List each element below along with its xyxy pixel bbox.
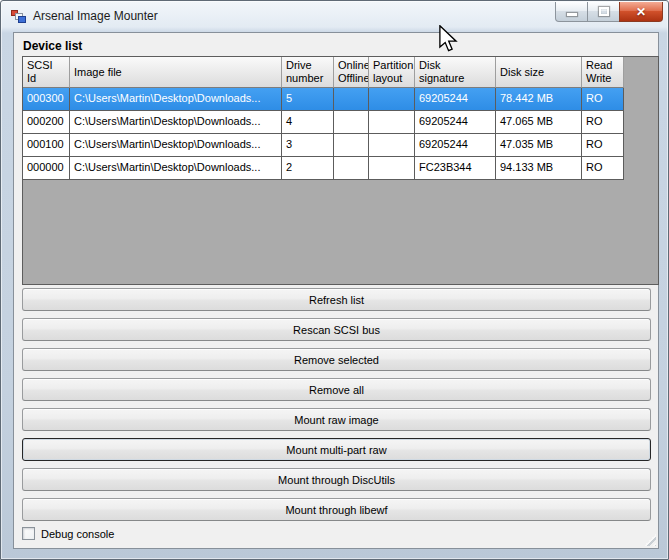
cell-disk-size[interactable]: 47.065 MB — [496, 111, 582, 134]
cell-image-file[interactable]: C:\Users\Martin\Desktop\Downloads... — [70, 88, 282, 111]
cell-disk-signature[interactable]: 69205244 — [415, 134, 496, 157]
cell-online-offline[interactable] — [334, 111, 369, 134]
cell-read-write[interactable]: RO — [582, 134, 624, 157]
maximize-button[interactable] — [587, 2, 620, 22]
mount-raw-image-button[interactable]: Mount raw image — [22, 408, 651, 431]
minimize-button[interactable] — [555, 2, 588, 22]
mount-through-libewf-button[interactable]: Mount through libewf — [22, 498, 651, 521]
maximize-icon — [599, 7, 609, 16]
checkbox-icon — [22, 527, 35, 540]
checkbox-label: Debug console — [41, 528, 114, 540]
device-list-label: Device list — [23, 39, 82, 53]
mount-multi-part-raw-button[interactable]: Mount multi-part raw — [22, 438, 651, 461]
mount-through-discutils-button[interactable]: Mount through DiscUtils — [22, 468, 651, 491]
table-row[interactable]: 000200 C:\Users\Martin\Desktop\Downloads… — [23, 111, 658, 134]
cell-read-write[interactable]: RO — [582, 157, 624, 180]
titlebar[interactable]: Arsenal Image Mounter ✕ — [2, 2, 667, 32]
action-buttons: Refresh list Rescan SCSI bus Remove sele… — [22, 288, 651, 521]
cell-partition-layout[interactable] — [369, 134, 415, 157]
column-header-disk-size[interactable]: Disk size — [496, 57, 582, 88]
cell-image-file[interactable]: C:\Users\Martin\Desktop\Downloads... — [70, 111, 282, 134]
cell-scsi-id[interactable]: 000000 — [23, 157, 70, 180]
app-icon-blue-block — [18, 16, 26, 23]
cell-scsi-id[interactable]: 000200 — [23, 111, 70, 134]
cell-disk-size[interactable]: 78.442 MB — [496, 88, 582, 111]
close-icon: ✕ — [636, 6, 646, 18]
cell-read-write[interactable]: RO — [582, 111, 624, 134]
remove-selected-button[interactable]: Remove selected — [22, 348, 651, 371]
cell-image-file[interactable]: C:\Users\Martin\Desktop\Downloads... — [70, 157, 282, 180]
window: Arsenal Image Mounter ✕ Device list SCSI… — [0, 0, 669, 560]
column-header-online-offline[interactable]: OnlineOffline — [334, 57, 369, 88]
app-icon[interactable] — [11, 9, 27, 25]
column-header-disk-signature[interactable]: Disksignature — [415, 57, 496, 88]
column-header-drive-number[interactable]: Drivenumber — [282, 57, 334, 88]
debug-console-checkbox[interactable]: Debug console — [22, 527, 114, 540]
table-row[interactable]: 000100 C:\Users\Martin\Desktop\Downloads… — [23, 134, 658, 157]
cell-partition-layout[interactable] — [369, 88, 415, 111]
cell-drive-number[interactable]: 4 — [282, 111, 334, 134]
device-table: SCSIId Image file Drivenumber OnlineOffl… — [22, 56, 659, 285]
cell-partition-layout[interactable] — [369, 111, 415, 134]
cell-image-file[interactable]: C:\Users\Martin\Desktop\Downloads... — [70, 134, 282, 157]
window-controls: ✕ — [556, 2, 663, 22]
window-title: Arsenal Image Mounter — [33, 9, 158, 23]
cell-disk-size[interactable]: 94.133 MB — [496, 157, 582, 180]
cell-disk-size[interactable]: 47.035 MB — [496, 134, 582, 157]
cell-online-offline[interactable] — [334, 88, 369, 111]
column-header-image-file[interactable]: Image file — [70, 57, 282, 88]
cell-disk-signature[interactable]: 69205244 — [415, 111, 496, 134]
refresh-list-button[interactable]: Refresh list — [22, 288, 651, 311]
close-button[interactable]: ✕ — [619, 2, 663, 22]
column-header-scsi-id[interactable]: SCSIId — [23, 57, 70, 88]
cell-drive-number[interactable]: 5 — [282, 88, 334, 111]
table-row[interactable]: 000300 C:\Users\Martin\Desktop\Downloads… — [23, 88, 658, 111]
mouse-cursor — [438, 25, 458, 53]
rescan-scsi-bus-button[interactable]: Rescan SCSI bus — [22, 318, 651, 341]
cell-disk-signature[interactable]: 69205244 — [415, 88, 496, 111]
cell-online-offline[interactable] — [334, 157, 369, 180]
resize-grip[interactable] — [644, 534, 656, 546]
table-header: SCSIId Image file Drivenumber OnlineOffl… — [23, 57, 658, 88]
cell-scsi-id[interactable]: 000100 — [23, 134, 70, 157]
client-area: Device list SCSIId Image file Drivenumbe… — [13, 32, 659, 549]
cell-drive-number[interactable]: 3 — [282, 134, 334, 157]
column-header-partition-layout[interactable]: Partitionlayout — [369, 57, 415, 88]
cell-partition-layout[interactable] — [369, 157, 415, 180]
cell-disk-signature[interactable]: FC23B344 — [415, 157, 496, 180]
cell-drive-number[interactable]: 2 — [282, 157, 334, 180]
cell-online-offline[interactable] — [334, 134, 369, 157]
cell-scsi-id[interactable]: 000300 — [23, 88, 70, 111]
remove-all-button[interactable]: Remove all — [22, 378, 651, 401]
table-row[interactable]: 000000 C:\Users\Martin\Desktop\Downloads… — [23, 157, 658, 180]
minimize-icon — [567, 13, 577, 16]
cell-read-write[interactable]: RO — [582, 88, 624, 111]
column-header-read-write[interactable]: ReadWrite — [582, 57, 624, 88]
